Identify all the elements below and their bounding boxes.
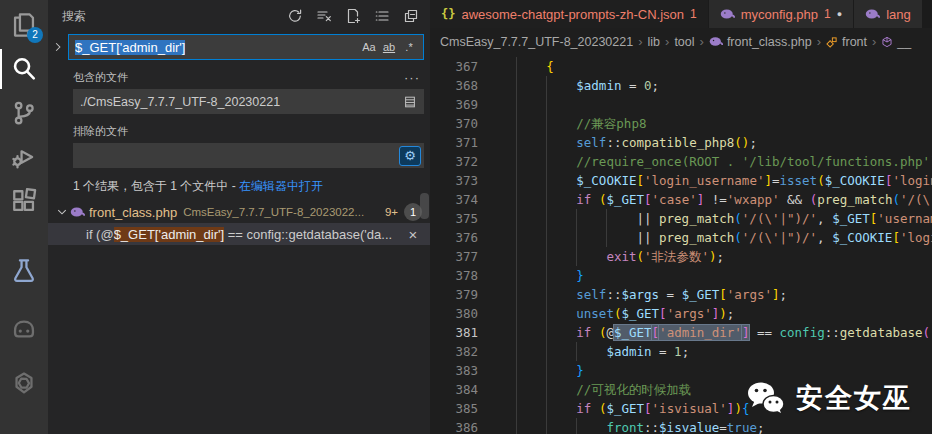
- code-line-373: $_COOKIE['login_username']=isset($_COOKI…: [486, 171, 932, 190]
- line-number: 375: [430, 209, 478, 228]
- code-line-370: //兼容php8: [486, 114, 932, 133]
- search-open-editors-icon[interactable]: [399, 92, 421, 112]
- search-input[interactable]: $_GET['admin_dir'] Aa ab .*: [68, 34, 424, 60]
- breadcrumb: CmsEasy_7.7.7_UTF-8_20230221› lib› tool›…: [430, 28, 932, 55]
- code-content: {$admin = 0;//兼容php8self::compatible_php…: [486, 55, 932, 434]
- code-line-379: self::$args = $_GET['args'];: [486, 285, 932, 304]
- code-line-383: }: [486, 361, 932, 380]
- line-number: 376: [430, 228, 478, 247]
- cube-symbol-icon: [881, 36, 893, 48]
- copilot-icon[interactable]: [0, 307, 48, 351]
- php-file-icon: [865, 8, 880, 20]
- code-line-372: //require_once(ROOT . '/lib/tool/functio…: [486, 152, 932, 171]
- match-case-icon[interactable]: Aa: [359, 37, 379, 57]
- collapse-all-icon[interactable]: [400, 5, 422, 27]
- refresh-icon[interactable]: [284, 5, 306, 27]
- code-line-375: || preg_match('/(\'|")/', $_GET['usernam…: [486, 209, 932, 228]
- search-panel-actions: [284, 5, 422, 27]
- source-control-icon[interactable]: [0, 91, 48, 135]
- result-file-warning-count: 9+: [385, 206, 398, 218]
- code-line-374: if ($_GET['case'] !='wxapp' && (preg_mat…: [486, 190, 932, 209]
- line-number: 383: [430, 361, 478, 380]
- breadcrumb-item-method[interactable]: __: [881, 35, 911, 49]
- line-number: 382: [430, 342, 478, 361]
- whole-word-icon[interactable]: ab: [379, 37, 399, 57]
- line-number: 379: [430, 285, 478, 304]
- search-panel-header: 搜索: [48, 0, 430, 32]
- tab-myconfig[interactable]: myconfig.php1 ●: [709, 0, 853, 28]
- search-query-text: $_GET['admin_dir']: [75, 40, 359, 55]
- line-number: 368: [430, 76, 478, 95]
- breadcrumb-item[interactable]: tool: [674, 35, 694, 49]
- sidebar-scrollbar[interactable]: [420, 193, 429, 219]
- search-results-message: 1 个结果，包含于 1 个文件中 - 在编辑器中打开: [48, 168, 430, 201]
- testing-flask-icon[interactable]: [0, 249, 48, 293]
- line-number: 381: [430, 323, 478, 342]
- json-file-icon: {}: [441, 7, 455, 21]
- open-in-editor-link[interactable]: 在编辑器中打开: [239, 179, 323, 193]
- code-line-369: [486, 95, 932, 114]
- dismiss-match-icon[interactable]: ×: [404, 226, 422, 243]
- search-panel: 搜索: [48, 0, 430, 434]
- result-match-text: if (@$_GET['admin_dir'] == config::getda…: [86, 227, 404, 242]
- line-number: 369: [430, 95, 478, 114]
- search-input-row: $_GET['admin_dir'] Aa ab .*: [48, 32, 430, 60]
- use-exclude-settings-gear-icon[interactable]: ⚙: [399, 146, 421, 166]
- line-number: 373: [430, 171, 478, 190]
- code-line-378: }: [486, 266, 932, 285]
- line-number: 372: [430, 152, 478, 171]
- code-line-382: $admin = 1;: [486, 342, 932, 361]
- tab-awesome-chatgpt-prompts[interactable]: {} awesome-chatgpt-prompts-zh-CN.json1: [430, 0, 708, 28]
- tab-lang[interactable]: lang: [854, 0, 922, 28]
- code-line-376: || preg_match('/(\'|")/', $_COOKIE['logi…: [486, 228, 932, 247]
- search-icon[interactable]: [0, 47, 48, 91]
- more-actions-icon[interactable]: ···: [404, 70, 420, 85]
- code-line-386: front::$isvalue=true;: [486, 418, 932, 434]
- clear-search-results-icon[interactable]: [313, 5, 335, 27]
- vscode-window: 2 搜索: [0, 0, 932, 434]
- code-line-381: if (@$_GET['admin_dir'] == config::getda…: [486, 323, 932, 342]
- code-line-385: if ($_GET['isvisual']){: [486, 399, 932, 418]
- view-as-list-icon[interactable]: [371, 5, 393, 27]
- line-number: 386: [430, 418, 478, 434]
- code-line-377: exit('非法参数');: [486, 247, 932, 266]
- breadcrumb-item[interactable]: lib: [648, 35, 661, 49]
- line-number: 380: [430, 304, 478, 323]
- extensions-icon[interactable]: [0, 179, 48, 223]
- regex-icon[interactable]: .*: [399, 37, 419, 57]
- line-number: 367: [430, 57, 478, 76]
- code-line-384: //可视化的时候加载: [486, 380, 932, 399]
- files-include-input[interactable]: ./CmsEasy_7.7.7_UTF-8_20230221: [73, 89, 424, 114]
- result-match-row[interactable]: if (@$_GET['admin_dir'] == config::getda…: [48, 223, 430, 245]
- files-exclude-input[interactable]: ⚙: [73, 143, 424, 168]
- result-file-row[interactable]: front_class.php CmsEasy_7.7.7_UTF-8_2023…: [48, 201, 430, 223]
- files-include-label: 包含的文件: [73, 70, 404, 85]
- result-file-path: CmsEasy_7.7.7_UTF-8_2023022...: [183, 206, 379, 218]
- tab-bar: {} awesome-chatgpt-prompts-zh-CN.json1 m…: [430, 0, 932, 28]
- code-line-380: unset($_GET['args']);: [486, 304, 932, 323]
- breadcrumb-item-file[interactable]: front_class.php: [709, 35, 812, 49]
- explorer-badge: 2: [27, 27, 43, 43]
- openai-icon[interactable]: [0, 361, 48, 405]
- activity-bar: 2: [0, 0, 48, 434]
- dirty-dot-icon[interactable]: ●: [837, 9, 842, 19]
- match-highlight: $_GET['admin_dir']: [114, 227, 224, 242]
- run-debug-icon[interactable]: [0, 135, 48, 179]
- line-number: 374: [430, 190, 478, 209]
- chevron-down-icon[interactable]: [54, 206, 70, 218]
- toggle-replace-chevron-icon[interactable]: [50, 34, 66, 60]
- open-new-search-editor-icon[interactable]: [342, 5, 364, 27]
- code-line-367: {: [486, 57, 932, 76]
- code-editor[interactable]: 3673683693703713723733743753763773783793…: [430, 55, 932, 434]
- class-symbol-icon: [826, 36, 838, 48]
- files-exclude-label: 排除的文件: [73, 124, 420, 139]
- code-line-371: self::compatible_php8();: [486, 133, 932, 152]
- line-number: 378: [430, 266, 478, 285]
- code-line-368: $admin = 0;: [486, 76, 932, 95]
- explorer-icon[interactable]: 2: [0, 3, 48, 47]
- php-file-icon: [720, 8, 735, 20]
- breadcrumb-item[interactable]: CmsEasy_7.7.7_UTF-8_20230221: [440, 35, 633, 49]
- breadcrumb-item-class[interactable]: front: [826, 35, 867, 49]
- line-number: 377: [430, 247, 478, 266]
- php-file-icon: [709, 36, 723, 47]
